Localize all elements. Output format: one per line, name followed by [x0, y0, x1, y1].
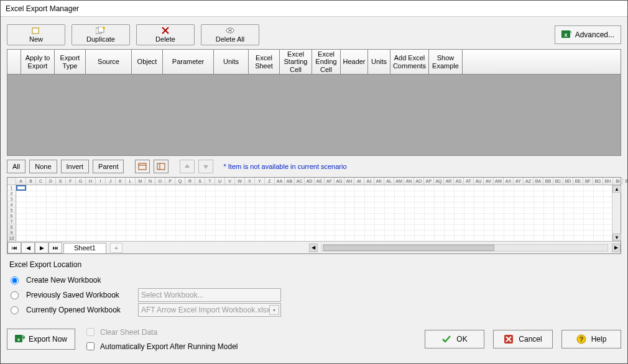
move-up-button[interactable] — [180, 160, 195, 173]
radio-previously-saved[interactable] — [11, 291, 19, 299]
sheet-col-letter[interactable]: BD — [563, 178, 573, 184]
grid-col-header[interactable]: Excel Sheet — [249, 50, 280, 74]
sheet-col-letter[interactable]: Z — [265, 178, 275, 184]
sheet-col-letter[interactable]: AT — [464, 178, 474, 184]
sheet-row-number[interactable]: 1 — [7, 185, 16, 191]
sheet-tab-active[interactable]: Sheet1 — [63, 243, 106, 253]
grid-col-header[interactable]: Apply to Export — [21, 50, 55, 74]
sheet-col-letter[interactable]: AD — [305, 178, 315, 184]
sheet-col-letter[interactable]: T — [205, 178, 215, 184]
opened-workbook-combo[interactable]: AFT Arrow Excel Import Workbook.xlsx ▾ — [138, 303, 281, 317]
sheet-col-letter[interactable]: K — [116, 178, 126, 184]
radio-create-new[interactable] — [11, 276, 19, 284]
sheet-col-letter[interactable]: F — [66, 178, 76, 184]
grid-col-header[interactable]: Header — [341, 50, 368, 74]
sheet-nav-next[interactable]: ▶ — [35, 242, 48, 253]
view-mode-1-button[interactable] — [135, 160, 150, 173]
sheet-col-letter[interactable]: AZ — [524, 178, 533, 184]
sheet-col-letter[interactable]: P — [165, 178, 175, 184]
sheet-col-letter[interactable]: AC — [295, 178, 305, 184]
sheet-col-letter[interactable]: AS — [454, 178, 464, 184]
sheet-col-letter[interactable]: V — [225, 178, 235, 184]
grid-col-header[interactable]: Add Excel Comments — [390, 50, 429, 74]
hscroll-thumb[interactable] — [323, 245, 494, 251]
sheet-col-letter[interactable]: AL — [384, 178, 394, 184]
sheet-col-letter[interactable]: BB — [543, 178, 553, 184]
sheet-col-letter[interactable]: O — [155, 178, 165, 184]
filter-parent-button[interactable]: Parent — [93, 160, 124, 173]
grid-col-header[interactable]: Excel Starting Cell — [280, 50, 312, 74]
sheet-col-letter[interactable]: AM — [394, 178, 404, 184]
grid-body[interactable] — [7, 75, 621, 155]
sheet-vertical-scrollbar[interactable]: ▲ ▼ — [612, 185, 621, 241]
sheet-col-letter[interactable]: AF — [325, 178, 335, 184]
sheet-col-letter[interactable]: R — [185, 178, 195, 184]
sheet-col-letter[interactable]: BG — [593, 178, 603, 184]
sheet-row-number[interactable]: 3 — [7, 196, 16, 202]
sheet-col-letter[interactable]: AJ — [364, 178, 374, 184]
sheet-col-letter[interactable]: BH — [603, 178, 613, 184]
delete-all-button[interactable]: Delete All — [201, 24, 259, 45]
sheet-col-letter[interactable]: BC — [553, 178, 563, 184]
help-button[interactable]: ? Help — [561, 330, 621, 348]
sheet-row-number[interactable]: 4 — [7, 202, 16, 207]
sheet-row-number[interactable]: 6 — [7, 213, 16, 219]
sheet-col-letter[interactable]: BI — [613, 178, 623, 184]
sheet-col-letter[interactable]: AI — [354, 178, 364, 184]
sheet-col-letter[interactable]: G — [76, 178, 86, 184]
add-sheet-button[interactable]: + — [110, 243, 122, 253]
sheet-col-letter[interactable]: AK — [374, 178, 384, 184]
sheet-col-letter[interactable]: Y — [255, 178, 265, 184]
ok-button[interactable]: OK — [425, 330, 484, 348]
sheet-col-letter[interactable]: C — [36, 178, 46, 184]
sheet-nav-last[interactable]: ⏭ — [48, 242, 62, 253]
sheet-col-letter[interactable]: AG — [335, 178, 344, 184]
sheet-col-letter[interactable]: AN — [404, 178, 414, 184]
grid-col-header[interactable]: Export Type — [55, 50, 86, 74]
sheet-col-letter[interactable]: AA — [275, 178, 285, 184]
sheet-col-letter[interactable]: BA — [533, 178, 543, 184]
sheet-row-number[interactable]: 10 — [7, 235, 16, 241]
sheet-col-letter[interactable]: AX — [504, 178, 514, 184]
grid-col-header[interactable]: Units — [368, 50, 390, 74]
export-now-button[interactable]: x Export Now — [7, 329, 75, 350]
sheet-col-letter[interactable]: AR — [444, 178, 454, 184]
sheet-col-letter[interactable]: Q — [175, 178, 185, 184]
filter-all-button[interactable]: All — [7, 160, 25, 173]
sheet-row-number[interactable]: 7 — [7, 219, 16, 224]
duplicate-button[interactable]: Duplicate — [72, 24, 130, 45]
sheet-col-letter[interactable]: H — [86, 178, 96, 184]
sheet-row-number[interactable]: 5 — [7, 207, 16, 213]
auto-export-checkbox[interactable] — [86, 342, 95, 350]
sheet-col-letter[interactable]: BJ — [623, 178, 628, 184]
view-mode-2-button[interactable] — [154, 160, 169, 173]
sheet-horizontal-scrollbar[interactable] — [321, 244, 608, 252]
grid-col-header[interactable]: Show Example — [429, 50, 463, 74]
new-button[interactable]: New — [7, 24, 65, 45]
sheet-col-letter[interactable]: BE — [573, 178, 583, 184]
sheet-col-letter[interactable]: W — [235, 178, 245, 184]
hscroll-left-icon[interactable]: ◀ — [309, 243, 318, 252]
sheet-col-letter[interactable]: I — [96, 178, 106, 184]
filter-invert-button[interactable]: Invert — [61, 160, 90, 173]
sheet-row-number[interactable]: 9 — [7, 230, 16, 235]
delete-button[interactable]: Delete — [136, 24, 195, 45]
sheet-col-letter[interactable]: AV — [484, 178, 494, 184]
sheet-col-letter[interactable]: L — [126, 178, 136, 184]
sheet-row-number[interactable]: 2 — [7, 191, 16, 196]
grid-col-header[interactable]: Source — [86, 50, 132, 74]
grid-col-header[interactable]: Units — [214, 50, 249, 74]
select-workbook-combo[interactable]: Select Workbook... — [138, 288, 281, 302]
grid-col-header[interactable]: Parameter — [163, 50, 214, 74]
sheet-nav-prev[interactable]: ◀ — [21, 242, 35, 253]
sheet-col-letter[interactable]: AQ — [434, 178, 444, 184]
sheet-col-letter[interactable]: AO — [414, 178, 424, 184]
sheet-col-letter[interactable]: AB — [285, 178, 295, 184]
sheet-col-letter[interactable]: E — [56, 178, 66, 184]
sheet-row-number[interactable]: 8 — [7, 224, 16, 230]
sheet-col-letter[interactable]: AH — [344, 178, 354, 184]
scroll-down-icon[interactable]: ▼ — [612, 234, 621, 241]
sheet-col-letter[interactable]: AY — [514, 178, 524, 184]
sheet-col-letter[interactable]: M — [136, 178, 145, 184]
sheet-col-letter[interactable]: X — [245, 178, 255, 184]
